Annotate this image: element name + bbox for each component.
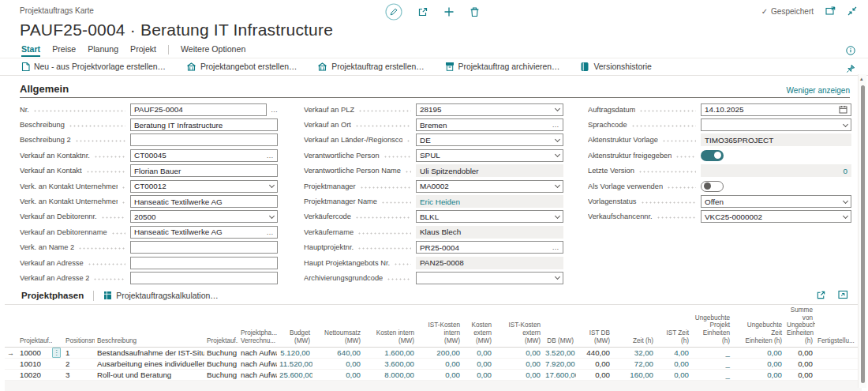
field-control[interactable] (130, 256, 278, 269)
cell-db[interactable]: 7.920,00 (543, 359, 576, 368)
column-header[interactable]: Projektpha... Verrechnu... (238, 329, 277, 344)
cell-ist-zeit[interactable]: 4,00 (656, 348, 691, 357)
field-control[interactable]: CT00045 CT00045 (130, 149, 278, 162)
cell-ungebuchte-projekt-einheiten[interactable]: _ (691, 348, 732, 357)
menu-tab[interactable]: Planung (88, 44, 118, 57)
cell-ist-zeit[interactable]: 0,00 (656, 370, 691, 379)
cell-projektauftragsnr[interactable]: 10010 (17, 359, 52, 368)
cell-kosten-intern[interactable]: 8.000,00 (363, 370, 417, 379)
menu-tab[interactable]: Preise (52, 44, 76, 57)
field-control[interactable]: Hanseatic Textilwerke AG Hanseatic Texti… (130, 195, 278, 209)
cell-ist-db[interactable]: 440,00 (576, 348, 612, 357)
cell-positionsnr[interactable]: 1 (63, 348, 95, 357)
action-new-from-projektvorlage[interactable]: Neu - aus Projektvorlage erstellen… (21, 62, 166, 72)
popout-window-icon[interactable] (825, 6, 836, 16)
vertical-scrollbar[interactable] (858, 74, 866, 388)
info-icon[interactable] (846, 44, 855, 58)
field-control[interactable]: Offen Offen (701, 195, 851, 209)
field-control[interactable]: Beratung IT Infrastructure Beratung IT I… (130, 118, 278, 132)
column-header[interactable]: Projektauf... (204, 337, 238, 345)
grid-share-icon[interactable] (816, 290, 826, 300)
cell-kosten-intern[interactable]: 3.600,00 (363, 359, 417, 368)
field-control[interactable]: Hanseatic Textilwerke AG Hanseatic Texti… (130, 225, 278, 239)
cell-ist-kosten-extern[interactable]: 0,00 (494, 370, 543, 379)
column-header[interactable]: Nettoumsatz (MW) (312, 329, 363, 344)
cell-projektauftragsart[interactable]: Buchung (204, 370, 238, 379)
cell-kosten-extern[interactable]: 0,00 (462, 348, 494, 357)
field-control[interactable] (130, 271, 278, 284)
cell-projektauftragsnr[interactable]: 10020 (17, 370, 52, 379)
cell-beschreibung[interactable]: Ausarbeitung eines individuellen Sec-Pla… (95, 359, 204, 368)
cell-projektauftragsart[interactable]: Buchung (204, 348, 238, 357)
ellipsis-lookup-icon[interactable] (267, 230, 275, 235)
field-control[interactable]: PAUF25-0004 PAUF25-0004 (130, 103, 278, 116)
field-control[interactable]: Klaus Blech Klaus Blech (416, 225, 563, 239)
cell-kosten-extern[interactable]: 0,00 (462, 370, 494, 379)
cell-projektauftragsart[interactable]: Buchung (204, 359, 238, 368)
row-menu-icon[interactable] (52, 348, 61, 358)
cell-ist-kosten-intern[interactable]: 0,00 (417, 359, 462, 368)
calendar-icon[interactable] (839, 105, 847, 114)
cell-summe-ungebuchte-einheiten[interactable]: 0,00 (784, 370, 815, 379)
column-header[interactable]: Summe von Ungebuchte Einheiten (h) (784, 306, 815, 344)
column-header[interactable]: IST-Kosten extern (MW) (494, 321, 543, 344)
edit-icon[interactable] (385, 3, 402, 21)
cell-zeit[interactable]: 32,00 (612, 348, 656, 357)
vertical-scrollbar-thumb[interactable] (861, 85, 865, 383)
ellipsis-lookup-icon[interactable] (552, 122, 560, 127)
cell-summe-ungebuchte-einheiten[interactable]: 0,00 (784, 359, 815, 368)
collapse-icon[interactable] (847, 6, 857, 16)
cell-beschreibung[interactable]: Bestandsaufnahme der IST-Situation (95, 348, 204, 357)
column-header[interactable]: Positionsnr (63, 337, 95, 345)
cell-ungebuchte-zeit-einheiten[interactable]: 0,00 (732, 370, 784, 379)
toggle-switch[interactable] (701, 150, 724, 161)
cell-kosten-extern[interactable]: 0,00 (462, 359, 494, 368)
column-header[interactable]: Ungebuchte Zeit Einheiten (h) (732, 321, 784, 344)
action-projektangebot-erstellen[interactable]: Projektangebot erstellen… (186, 62, 297, 72)
cell-verrechnung[interactable]: nach Aufwa... (238, 370, 277, 379)
cell-nettoumsatz[interactable]: 0,00 (312, 359, 363, 368)
cell-ungebuchte-zeit-einheiten[interactable]: 0,00 (732, 348, 784, 357)
column-header[interactable]: DB (MW) (543, 337, 576, 345)
column-header[interactable]: Kosten extern (MW) (462, 321, 494, 344)
cell-kosten-intern[interactable]: 1.600,00 (363, 348, 417, 357)
cell-ungebuchte-projekt-einheiten[interactable]: _ (691, 370, 732, 379)
field-control[interactable] (130, 241, 278, 254)
cell-ungebuchte-zeit-einheiten[interactable]: 0,00 (732, 359, 784, 368)
assist-edit-icon[interactable] (267, 106, 278, 114)
column-header[interactable]: IST-Kosten intern (MW) (417, 321, 462, 344)
cell-db[interactable]: 3.520,00 (543, 348, 576, 357)
cell-ist-kosten-intern[interactable]: 0,00 (417, 370, 462, 379)
column-header[interactable]: Projektauf... (17, 337, 52, 345)
field-control[interactable]: VKC25-0000002 VKC25-0000002 (701, 210, 851, 224)
cell-ist-db[interactable]: 0,00 (576, 359, 612, 368)
column-header[interactable]: Beschreibung (95, 337, 204, 345)
table-row[interactable]: 10010 2 Ausarbeitung eines individuellen… (5, 359, 862, 370)
cell-ungebuchte-projekt-einheiten[interactable]: _ (691, 359, 732, 368)
column-header[interactable]: IST Zeit (h) (656, 329, 691, 344)
field-control[interactable] (130, 133, 278, 147)
ellipsis-lookup-icon[interactable] (267, 153, 275, 158)
cell-budget[interactable]: 5.120,00 (277, 348, 312, 357)
field-control[interactable]: Uli Spitzendobler Uli Spitzendobler (416, 164, 563, 178)
menu-tab[interactable]: Projekt (130, 44, 156, 57)
cell-ist-db[interactable]: 0,00 (576, 370, 612, 379)
field-control[interactable]: 28195 28195 (416, 103, 563, 116)
cell-ist-kosten-extern[interactable]: 0,00 (494, 348, 543, 357)
grid-expand-icon[interactable] (838, 290, 848, 299)
column-header[interactable]: Kosten intern (MW) (363, 329, 417, 344)
field-control[interactable]: MA0002 MA0002 (416, 179, 563, 193)
field-control[interactable]: SPUL SPUL (416, 149, 563, 162)
column-header[interactable]: IST DB (MW) (576, 329, 612, 344)
table-row[interactable]: 10000 1 Bestandsaufnahme der IST-Situati… (5, 348, 862, 359)
section-title[interactable]: Allgemein (20, 83, 69, 95)
table-row[interactable]: 10020 3 Roll-out und Beratung Buchung na… (5, 370, 862, 381)
cell-budget[interactable]: 11.520,00 (277, 359, 312, 368)
field-control[interactable] (701, 149, 851, 162)
field-control[interactable] (701, 179, 851, 193)
menu-tab[interactable]: Start (21, 44, 40, 57)
field-control[interactable]: 20500 20500 (130, 210, 278, 224)
cell-positionsnr[interactable]: 2 (63, 359, 95, 368)
field-control[interactable]: Eric Heiden Eric Heiden (416, 195, 563, 209)
share-icon[interactable] (417, 6, 428, 17)
